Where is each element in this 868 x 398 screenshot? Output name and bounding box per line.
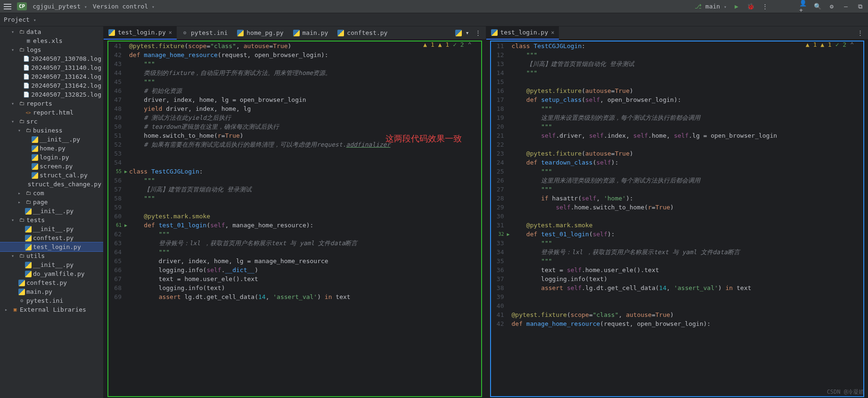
vcs-menu[interactable]: Version control ▾: [93, 3, 155, 10]
tree-item-tests[interactable]: tests: [0, 216, 103, 224]
project-title[interactable]: Project ▾: [4, 16, 36, 23]
debug-icon[interactable]: 🐞: [746, 2, 755, 11]
tree-item-main.py[interactable]: main.py: [0, 287, 103, 296]
tree-label: do_yamlfile.py: [33, 270, 85, 277]
py-icon: [32, 136, 38, 143]
collapse-icon[interactable]: ⌃: [850, 41, 854, 48]
tree-label: __init__.py: [33, 225, 74, 232]
tree-item-src[interactable]: src: [0, 117, 103, 126]
tree-item-__init__.py[interactable]: __init__.py: [0, 207, 103, 216]
close-icon[interactable]: ×: [169, 29, 172, 36]
tree-item-business[interactable]: business: [0, 126, 103, 135]
tree-item-do_yamlfile.py[interactable]: do_yamlfile.py: [0, 269, 103, 278]
tab-main.py[interactable]: main.py: [288, 26, 333, 40]
tree-item-screen.py[interactable]: screen.py: [0, 162, 103, 171]
tree-item-data[interactable]: data: [0, 27, 103, 36]
tree-label: conftest.py: [26, 279, 67, 286]
tree-item-reports[interactable]: reports: [0, 99, 103, 108]
editor-right: test_login.py× ⋮ 1 1 2 ⌃ 111213141516171…: [486, 26, 868, 398]
tree-label: conftest.py: [33, 234, 74, 241]
inspection-badges[interactable]: 1 1 2 ⌃: [806, 41, 854, 48]
project-name[interactable]: cgjgui_pytest ▾: [33, 3, 87, 10]
gutter-left: 4142434445464748495051525354555657585960…: [104, 40, 125, 398]
py-icon: [491, 29, 498, 36]
tree-item-20240507_132825.log[interactable]: 20240507_132825.log: [0, 90, 103, 99]
tab-test_login.py[interactable]: test_login.py×: [104, 26, 177, 40]
tree-item-test_login.py[interactable]: test_login.py: [0, 242, 103, 251]
py-icon: [32, 163, 38, 170]
titlebar: CP cgjgui_pytest ▾ Version control ▾ ⎇ m…: [0, 0, 868, 13]
inspection-badges[interactable]: 1 1 2 ⌃: [423, 41, 471, 48]
code-body-left[interactable]: @pytest.fixture(scope="class", autouse=T…: [125, 40, 486, 398]
tree-item-conftest.py[interactable]: conftest.py: [0, 278, 103, 287]
hamburger-menu[interactable]: [4, 4, 11, 9]
editor-tabs-left: test_login.py×pytest.inihome_pg.pymain.p…: [104, 26, 486, 40]
tree-label: src: [26, 118, 37, 125]
git-branch[interactable]: ⎇ main ▾: [695, 3, 727, 10]
close-icon[interactable]: ×: [551, 29, 554, 36]
run-icon[interactable]: ▶: [732, 2, 741, 11]
tree-item-struct_cal.py[interactable]: struct_cal.py: [0, 171, 103, 180]
tree-item-20240507_131624.log[interactable]: 20240507_131624.log: [0, 72, 103, 81]
py-icon: [25, 235, 32, 241]
tab-more-icon[interactable]: ⋮: [854, 29, 866, 36]
tree-label: logs: [26, 46, 41, 53]
collapse-icon[interactable]: ⌃: [468, 41, 472, 48]
project-tree[interactable]: dataeles.xlslogs20240507_130708.log20240…: [0, 26, 104, 398]
tree-label: com: [33, 190, 44, 197]
minimize-icon[interactable]: —: [842, 2, 850, 11]
more-icon[interactable]: ⋮: [761, 2, 769, 11]
ini-icon: [18, 298, 25, 304]
py-icon: [32, 154, 38, 161]
tree-item-struct_des_change.py[interactable]: struct_des_change.py: [0, 180, 103, 189]
tree-item-utils[interactable]: utils: [0, 251, 103, 260]
tree-item-__init__.py[interactable]: __init__.py: [0, 135, 103, 144]
tab-overflow-py-icon[interactable]: [454, 29, 463, 37]
tree-item-__init__.py[interactable]: __init__.py: [0, 260, 103, 269]
tree-item-page[interactable]: page: [0, 198, 103, 207]
tree-item-com[interactable]: com: [0, 189, 103, 198]
tree-item-__init__.py[interactable]: __init__.py: [0, 224, 103, 233]
tree-label: 20240507_131624.log: [31, 73, 101, 80]
tree-item-logs[interactable]: logs: [0, 45, 103, 54]
tree-label: test_login.py: [33, 243, 81, 250]
gutter-right: 1112131415161718192021222324252627282930…: [486, 40, 508, 398]
tree-label: __init__.py: [40, 136, 80, 143]
dir-icon: [18, 118, 25, 125]
tab-test_login.py[interactable]: test_login.py×: [486, 26, 559, 40]
tree-label: tests: [26, 216, 45, 224]
py-icon: [237, 30, 244, 36]
dir-icon: [18, 47, 25, 53]
tree-item-20240507_130708.log[interactable]: 20240507_130708.log: [0, 54, 103, 63]
py-icon: [25, 262, 32, 268]
tree-item-External Libraries[interactable]: External Libraries: [0, 305, 103, 314]
tree-item-pytest.ini[interactable]: pytest.ini: [0, 296, 103, 305]
tree-label: business: [33, 127, 63, 134]
dir-icon: [18, 217, 25, 224]
tab-conftest.py[interactable]: conftest.py: [333, 26, 392, 40]
py-icon: [25, 271, 32, 277]
tab-more-icon[interactable]: ⋮: [472, 29, 484, 36]
settings-icon[interactable]: ⚙: [827, 2, 836, 11]
tree-label: eles.xls: [33, 37, 63, 44]
log-icon: [23, 91, 30, 98]
dir-icon: [18, 29, 25, 35]
py-icon: [18, 289, 25, 295]
tree-item-report.html[interactable]: report.html: [0, 108, 103, 117]
py-icon: [32, 172, 38, 179]
tree-item-home.py[interactable]: home.py: [0, 144, 103, 153]
tab-dropdown-icon[interactable]: ▾: [463, 29, 472, 36]
add-user-icon[interactable]: 👤+: [799, 2, 808, 11]
tab-home_pg.py[interactable]: home_pg.py: [232, 26, 288, 40]
tree-item-20240507_131642.log[interactable]: 20240507_131642.log: [0, 81, 103, 90]
search-icon[interactable]: 🔍: [813, 2, 822, 11]
code-area-right: 1 1 2 ⌃ 11121314151617181920212223242526…: [486, 40, 868, 398]
maximize-icon[interactable]: ⧉: [856, 2, 864, 11]
tree-item-conftest.py[interactable]: conftest.py: [0, 233, 103, 242]
tree-item-20240507_131140.log[interactable]: 20240507_131140.log: [0, 63, 103, 72]
tree-item-eles.xls[interactable]: eles.xls: [0, 36, 103, 45]
tree-item-login.py[interactable]: login.py: [0, 153, 103, 162]
code-body-right[interactable]: class TestCGJGLogin: """ 【川高】建管首页冒烟自动化 登…: [508, 40, 868, 398]
tab-pytest.ini[interactable]: pytest.ini: [177, 26, 232, 40]
tree-label: __init__.py: [33, 207, 74, 215]
